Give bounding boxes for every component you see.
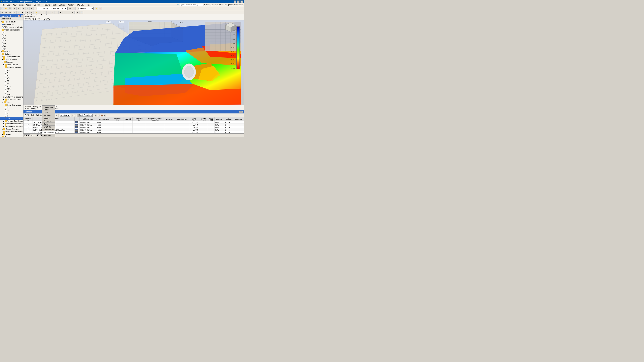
nav-stresses[interactable]: ▼ Stresses	[0, 61, 23, 63]
nav-epsy-minus[interactable]: εy-	[0, 114, 23, 117]
tb2-solid[interactable]: ▣	[58, 11, 62, 14]
viewport-3d[interactable]: 1.000 0.800 0.600 0.400 0.200 0.000 -0.2…	[24, 20, 244, 105]
nav-type-results[interactable]: ▼ Type of results	[0, 20, 23, 23]
nav-members[interactable]: ▶ Members	[0, 50, 23, 53]
save-btn[interactable]: 💾	[8, 7, 12, 10]
tb2-btn4[interactable]: △	[13, 11, 16, 14]
tb2-check[interactable]: ✓	[76, 11, 80, 14]
menu-window[interactable]: Window	[66, 4, 75, 6]
undo-btn[interactable]: ↩	[13, 7, 16, 10]
nav-sigma1-[interactable]: σ1-	[0, 71, 23, 74]
page-first-btn[interactable]: ◄◄	[24, 134, 27, 137]
results-close-btn[interactable]: ×	[241, 111, 243, 113]
tab-line-sets[interactable]: Line Sets	[42, 125, 56, 128]
nav-internal-forces[interactable]: ▶ Internal Forces	[0, 58, 23, 61]
tb2-btn6[interactable]: ⬟	[21, 11, 24, 14]
nav-basic-total-strains[interactable]: ▼ Basic Total Strains	[0, 104, 23, 106]
filter-btn[interactable]: ⊡	[95, 114, 97, 116]
select-btn[interactable]: ↖	[22, 7, 25, 10]
view-dropdown[interactable]: Global XYZ	[79, 7, 94, 10]
nav-principal-stresses[interactable]: ▼ Principal Stresses	[0, 66, 23, 69]
nav-sigma1plus[interactable]: σ1,+	[0, 69, 23, 71]
results-goto[interactable]: Go To	[24, 114, 30, 116]
close-button[interactable]: ×	[240, 0, 243, 3]
wireframe-btn[interactable]: ⬡	[72, 7, 76, 10]
nav-u[interactable]: u	[0, 31, 23, 34]
tb2-report[interactable]: 📋	[80, 11, 83, 14]
struct-next-btn[interactable]: ►	[74, 114, 76, 116]
results-edit[interactable]: Edit	[31, 114, 35, 116]
nav-local-def[interactable]: ▶ Local Deformations	[0, 55, 23, 58]
snap-btn[interactable]: ✚	[26, 11, 29, 14]
menu-insert[interactable]: Insert	[18, 4, 24, 6]
search-input[interactable]	[180, 4, 204, 6]
tb2-btn2[interactable]: ⊟	[4, 11, 8, 14]
basic-objects-dropdown[interactable]: Basic Objects	[78, 114, 92, 117]
tb2-line[interactable]: ╱	[47, 11, 50, 14]
tab-nodes[interactable]: Nodes	[42, 108, 56, 111]
nav-basic-stresses[interactable]: ▶ Basic Stresses	[0, 63, 23, 66]
table-row[interactable]: 4 4-9,268,37-58,270 Without Thick... Pla…	[24, 126, 244, 129]
menu-view[interactable]: View	[12, 4, 18, 6]
tb2-btn5[interactable]: ○	[17, 11, 20, 14]
nav-final-results[interactable]: Final Results	[0, 23, 23, 26]
load-combo-dropdown[interactable]: CO2: LC1 + LC2 + LC3 + LC4	[37, 7, 67, 10]
maximize-button[interactable]: □	[237, 0, 240, 3]
nav-sigma2minus[interactable]: σ2,-	[0, 79, 23, 82]
nav-epsx-plus[interactable]: εx+	[0, 106, 23, 109]
structure-dropdown[interactable]: Structure	[60, 114, 70, 117]
nav-phiz[interactable]: φz	[0, 47, 23, 50]
nav-pin-btn[interactable]: 📌	[18, 15, 20, 17]
print-btn[interactable]: 🖨	[104, 114, 106, 116]
calc-btn[interactable]: ⚡	[95, 7, 98, 10]
menu-help[interactable]: Help	[86, 4, 92, 6]
nav-contact-stresses[interactable]: ▶ Contact Stresses	[0, 128, 23, 130]
tb2-info[interactable]: ℹ	[38, 11, 42, 14]
nav-strains[interactable]: ▼ Strains	[0, 101, 23, 104]
minimize-button[interactable]: −	[234, 0, 236, 3]
grid-btn[interactable]: ⊞	[29, 11, 33, 14]
page-prev-btn[interactable]: ◄	[27, 134, 30, 137]
struct-prev-btn[interactable]: ◄	[71, 114, 73, 116]
nav-ux[interactable]: ux	[0, 34, 23, 36]
nav-epsy-plus[interactable]: εy+	[0, 109, 23, 112]
tb2-member[interactable]: ═	[51, 11, 54, 14]
nav-close-btn[interactable]: ×	[21, 15, 23, 17]
nav-uy[interactable]: uy	[0, 36, 23, 39]
nav-epsx-minus[interactable]: εx-	[0, 112, 23, 114]
render-btn[interactable]: ▣	[68, 7, 72, 10]
page-next-btn[interactable]: ►	[36, 134, 39, 137]
tb2-surface[interactable]: ▭	[54, 11, 58, 14]
tab-surfaces[interactable]: Surfaces	[42, 117, 56, 120]
table-row[interactable]: 3 19-26,36-45,27 Without Thick... Plane …	[24, 124, 244, 126]
tab-solid-sets[interactable]: Solid Sets	[42, 134, 56, 137]
results-btn[interactable]: 📊	[98, 7, 102, 10]
tab-openings[interactable]: Openings	[42, 120, 56, 122]
nav-isotropic[interactable]: ▶ Isotropic Characteristics	[0, 130, 23, 133]
tb2-load1[interactable]: ↓	[63, 11, 67, 14]
nav-global-def[interactable]: ▶ Global Deformations	[0, 28, 23, 31]
tab-members[interactable]: Members	[42, 114, 56, 117]
pan-btn[interactable]: ✥	[29, 7, 33, 10]
tb2-node[interactable]: •	[43, 11, 46, 14]
nav-gamma-xy[interactable]: γxy-	[0, 117, 23, 120]
nav-theta-m[interactable]: θm	[0, 90, 23, 93]
menu-options[interactable]: Options	[58, 4, 66, 6]
export-btn[interactable]: 📤	[101, 114, 103, 116]
nav-sigma1m[interactable]: σ1,m	[0, 85, 23, 87]
menu-tools[interactable]: Tools	[51, 4, 58, 6]
table-row[interactable]: 7 273,274,388,403-397,470-459,275 Withou…	[24, 131, 244, 134]
nav-sigma1minus[interactable]: σ1,-	[0, 74, 23, 77]
tab-member-sets[interactable]: Member Sets	[42, 128, 56, 131]
tab-surface-sets[interactable]: Surface Sets	[42, 131, 56, 134]
nav-sigma2m[interactable]: σ2,m	[0, 87, 23, 90]
sort-btn[interactable]: ⇅	[98, 114, 100, 116]
nav-phix[interactable]: φx	[0, 42, 23, 44]
tb2-btn3[interactable]: ◻	[8, 11, 12, 14]
nav-diff-initial[interactable]: Differences to initial state	[0, 26, 23, 28]
menu-edit[interactable]: Edit	[6, 4, 11, 6]
tb2-measure[interactable]: 📏	[34, 11, 38, 14]
tab-lines[interactable]: Lines	[42, 111, 56, 114]
redo-btn[interactable]: ↪	[17, 7, 20, 10]
nav-uz[interactable]: uz	[0, 39, 23, 42]
